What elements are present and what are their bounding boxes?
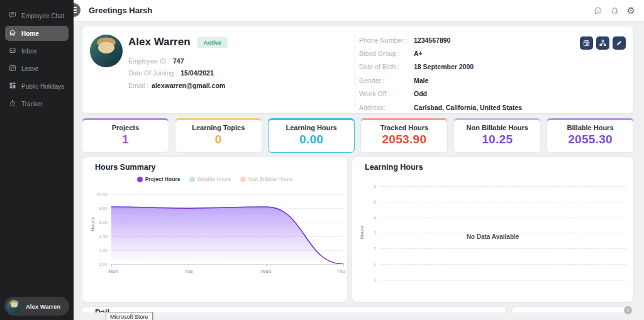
y-tick: 4 (355, 216, 376, 220)
header-icons: ⚙ (594, 0, 635, 21)
x-tickmark (111, 264, 112, 267)
inbox-icon (9, 47, 16, 55)
legend-dot (240, 177, 246, 182)
hours-summary-chart-card: Hours Summary Project Hours Billable Hou… (82, 157, 348, 302)
calendar-clock-button[interactable] (580, 36, 593, 50)
stat-card-projects: Projects 1 (82, 118, 169, 153)
sidebar-item-public-holidays[interactable]: Public Holidays (5, 79, 69, 94)
chart-title: Hours Summary (95, 163, 156, 172)
y-tick: 2.00 (86, 248, 108, 253)
field-row: Week Off : Odd (359, 90, 427, 97)
legend-item-non-billable-hours[interactable]: Non Billable Hours (240, 176, 292, 182)
status-badge: Active (197, 37, 228, 48)
field-row: Phone Number : 1234567890 (359, 36, 450, 44)
profile-photo (90, 35, 123, 67)
y-axis-label: Hours (91, 217, 95, 231)
sidebar-item-label: Leave (21, 65, 38, 72)
sidebar-nav: Employee Chat Home Inbox Leave (0, 0, 74, 112)
x-axis-line (380, 280, 626, 280)
x-tick: Thu (336, 268, 345, 274)
y-tick: 6 (355, 184, 376, 189)
field-row: Address: Carlsbad, California, United St… (359, 104, 522, 111)
y-tick: 8.00 (86, 206, 108, 211)
chart-title: Learning Hours (365, 163, 423, 172)
field-row: Date of Birth : 18 September 2000 (359, 63, 474, 70)
stat-card-learning-topics: Learning Topics 0 (175, 118, 262, 153)
area-chart (111, 194, 343, 264)
stat-card-non-billable-hours: Non Billable Hours 10.25 (453, 118, 541, 153)
home-icon (9, 29, 16, 38)
legend-item-billable-hours[interactable]: Billable Hours (189, 176, 230, 182)
gridline (380, 202, 626, 202)
sidebar-item-tracker[interactable]: Tracker (5, 96, 69, 111)
field-row: Gender : Male (359, 77, 428, 84)
bell-icon[interactable] (611, 6, 619, 15)
y-tick: 5 (355, 200, 376, 204)
y-tick: 2 (355, 246, 376, 251)
x-tickmark (266, 264, 267, 267)
sidebar-item-label: Home (21, 30, 39, 37)
y-tick: 6.00 (86, 220, 108, 224)
stat-card-billable-hours: Billable Hours 2055.30 (547, 118, 634, 153)
sidebar-item-home[interactable]: Home (5, 26, 69, 41)
gridline (380, 248, 626, 249)
stats-row: Projects 1 Learning Topics 0 Learning Ho… (82, 118, 634, 153)
grid-icon (9, 82, 16, 91)
hierarchy-button[interactable] (596, 36, 609, 50)
stopwatch-icon (9, 99, 16, 108)
sidebar-item-leave[interactable]: Leave (5, 61, 69, 76)
field-row: Employee ID : 747 (128, 57, 184, 65)
avatar (7, 299, 21, 314)
gridline (380, 218, 626, 218)
x-tick: Mon (108, 268, 118, 274)
header: Greetings Harsh ⚙ (74, 0, 644, 21)
sidebar: Employee Chat Home Inbox Leave (0, 0, 74, 320)
chart-legend: Project Hours Billable Hours Non Billabl… (82, 176, 347, 182)
dashboard-app: Employee Chat Home Inbox Leave (0, 0, 644, 320)
y-tick: 4.00 (86, 234, 108, 239)
profile-card: Alex Warren Active Employee ID : 747 Dat… (82, 26, 634, 114)
x-tick: Tue (184, 268, 193, 274)
field-row: Date Of Joining : 15/04/2021 (128, 69, 214, 77)
edit-button[interactable] (613, 36, 626, 50)
field-row: Blood Group : A+ (359, 50, 423, 57)
learning-hours-chart-card: Learning Hours 6 5 4 3 2 1 0 Hours No Da… (352, 157, 634, 302)
sidebar-item-label: Employee Chat (21, 13, 64, 19)
sidebar-item-label: Inbox (21, 48, 36, 55)
y-tick: 0.00 (86, 262, 108, 267)
x-axis-line (111, 264, 343, 265)
y-tick: 10.00 (86, 192, 108, 197)
chat-square-icon (9, 11, 16, 20)
info-icon[interactable]: i (624, 306, 632, 314)
y-tick: 0 (355, 278, 376, 282)
gridline (380, 186, 626, 187)
profile-name-row: Alex Warren Active (128, 36, 228, 48)
sidebar-item-inbox[interactable]: Inbox (5, 43, 69, 58)
legend-dot (137, 177, 143, 182)
bottom-row-clipped: Dail (82, 306, 634, 312)
sidebar-item-label: Tracker (21, 101, 43, 108)
sidebar-user-name: Alex Warren (26, 303, 60, 310)
page-title: Greetings Harsh (89, 6, 152, 15)
sidebar-item-label: Public Holidays (21, 83, 64, 90)
os-tooltip: Microsoft Store (106, 312, 153, 320)
chat-bubble-icon[interactable] (594, 6, 602, 15)
field-row: Email : alexwarren@gmail.com (128, 82, 225, 89)
x-tickmark (343, 264, 344, 267)
divider (355, 34, 355, 108)
area-fill (111, 207, 343, 264)
calendar-icon (9, 64, 16, 73)
legend-dot (189, 177, 195, 182)
y-tick: 1 (355, 262, 376, 267)
stat-card-learning-hours: Learning Hours 0.00 (268, 118, 355, 153)
x-tick: Wed (261, 268, 271, 274)
stat-card-tracked-hours: Tracked Hours 2053.90 (360, 118, 448, 153)
employee-name: Alex Warren (128, 36, 191, 48)
gridline (380, 264, 626, 265)
sidebar-item-employee-chat[interactable]: Employee Chat (5, 8, 69, 23)
sidebar-user-pill[interactable]: Alex Warren (4, 297, 69, 316)
bottom-card-right (511, 306, 634, 312)
legend-item-project-hours[interactable]: Project Hours (137, 176, 180, 182)
gear-icon[interactable]: ⚙ (627, 6, 635, 15)
x-tickmark (189, 264, 189, 267)
